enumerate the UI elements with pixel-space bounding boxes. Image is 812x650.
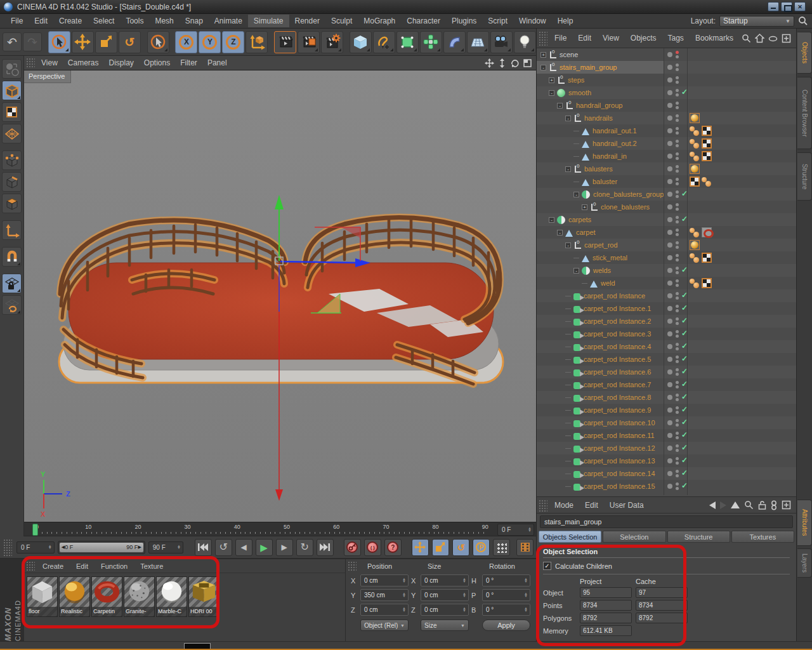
ruler-frame-spinner[interactable]: 0 F ▲▼ bbox=[497, 524, 534, 536]
layer-dot[interactable] bbox=[667, 230, 672, 235]
layer-dot[interactable] bbox=[667, 331, 672, 336]
search-icon[interactable] bbox=[742, 34, 751, 43]
play-backwards-button[interactable]: ↺ bbox=[215, 539, 232, 556]
home-icon[interactable] bbox=[755, 34, 764, 43]
layer-dot[interactable] bbox=[667, 446, 672, 451]
layer-dot[interactable] bbox=[667, 192, 672, 197]
material-hdri-00[interactable]: HDRI 00 bbox=[188, 576, 219, 617]
visibility-dot-bottom[interactable] bbox=[676, 106, 679, 109]
visibility-dot-bottom[interactable] bbox=[676, 246, 679, 249]
current-frame-spinner[interactable]: 0 F ▲▼ bbox=[16, 541, 55, 554]
tab-structure[interactable]: Structure bbox=[667, 531, 730, 543]
coord-mode-dropdown[interactable]: Object (Rel) ▼ bbox=[360, 620, 409, 631]
menu-item-tools[interactable]: Tools bbox=[120, 15, 149, 27]
visibility-dot-bottom[interactable] bbox=[676, 144, 679, 147]
visibility-dot-bottom[interactable] bbox=[676, 398, 679, 401]
maximize-button[interactable] bbox=[781, 2, 792, 11]
y-axis-lock-button[interactable]: Y bbox=[199, 31, 221, 53]
visibility-dot-top[interactable] bbox=[676, 254, 679, 257]
viewport-menu-filter[interactable]: Filter bbox=[175, 56, 202, 69]
menu-item-help[interactable]: Help bbox=[552, 15, 579, 27]
tree-row-carpet-rod-instance-3[interactable]: carpet_rod Instance.3✓ bbox=[537, 328, 796, 340]
visibility-dot-top[interactable] bbox=[676, 114, 679, 117]
viewport-menu-display[interactable]: Display bbox=[103, 56, 138, 69]
visibility-dot-bottom[interactable] bbox=[676, 449, 679, 452]
menu-item-script[interactable]: Script bbox=[482, 15, 513, 27]
tree-row-carpet-rod-instance-12[interactable]: carpet_rod Instance.12✓ bbox=[537, 442, 796, 454]
object-manager-menu-objects[interactable]: Objects bbox=[625, 32, 662, 44]
visibility-dot-top[interactable] bbox=[676, 419, 679, 422]
spinner-arrows-icon[interactable]: ▲▼ bbox=[524, 593, 528, 597]
material-menu-create[interactable]: Create bbox=[36, 561, 70, 571]
undo-button[interactable]: ↶ bbox=[3, 32, 22, 51]
layer-dot[interactable] bbox=[667, 306, 672, 311]
redo-button[interactable]: ↷ bbox=[23, 32, 42, 51]
visibility-dot-top[interactable] bbox=[676, 216, 679, 219]
history-back-icon[interactable] bbox=[709, 501, 716, 509]
tree-row-carpet-rod-instance-14[interactable]: carpet_rod Instance.14✓ bbox=[537, 467, 796, 480]
tree-expand-expanded[interactable]: - bbox=[557, 103, 563, 109]
object-manager-menu-edit[interactable]: Edit bbox=[572, 32, 597, 44]
menu-item-mograph[interactable]: MoGraph bbox=[358, 15, 401, 27]
tree-row-carpet-rod-instance-13[interactable]: carpet_rod Instance.13✓ bbox=[537, 454, 796, 467]
visibility-dot-bottom[interactable] bbox=[676, 195, 679, 198]
visibility-dot-bottom[interactable] bbox=[676, 335, 679, 338]
visibility-dot-top[interactable] bbox=[676, 152, 679, 156]
panel-grip[interactable] bbox=[25, 560, 35, 571]
tree-row-carpet-rod-instance-9[interactable]: carpet_rod Instance.9✓ bbox=[537, 404, 796, 416]
visibility-dot-bottom[interactable] bbox=[676, 373, 679, 376]
selected-object-name-field[interactable]: stairs_main_group bbox=[540, 515, 793, 528]
scale-tool-button[interactable] bbox=[95, 31, 117, 53]
layer-dot[interactable] bbox=[667, 217, 672, 222]
phong-tag-icon[interactable] bbox=[690, 278, 700, 288]
panel-grip[interactable] bbox=[538, 30, 547, 46]
add-modeling-object-button[interactable] bbox=[420, 31, 442, 53]
viewport-rotate-icon[interactable] bbox=[510, 58, 520, 68]
points-mode-button[interactable] bbox=[2, 150, 22, 170]
tree-expand-expanded[interactable]: - bbox=[557, 230, 563, 235]
tree-row-carpet-rod-instance-11[interactable]: carpet_rod Instance.11✓ bbox=[537, 429, 796, 442]
key-parameter-button[interactable]: P bbox=[473, 539, 490, 556]
attribute-menu-edit[interactable]: Edit bbox=[579, 499, 604, 512]
play-forwards-button[interactable]: ↻ bbox=[296, 539, 313, 556]
visibility-dot-bottom[interactable] bbox=[676, 208, 679, 211]
layer-dot[interactable] bbox=[667, 204, 672, 209]
mat-gold-tag-icon[interactable] bbox=[690, 113, 700, 123]
visibility-dot-top[interactable] bbox=[676, 63, 679, 67]
add-spline-button[interactable] bbox=[373, 31, 395, 53]
layer-dot[interactable] bbox=[667, 433, 672, 438]
visibility-dot-bottom[interactable] bbox=[676, 360, 679, 363]
visibility-dot-bottom[interactable] bbox=[676, 182, 679, 185]
layer-dot[interactable] bbox=[667, 52, 672, 57]
tree-expand-collapsed[interactable]: + bbox=[549, 77, 554, 83]
material-menu-edit[interactable]: Edit bbox=[70, 561, 95, 571]
workplane-lock-button[interactable] bbox=[2, 274, 22, 293]
mat-gold-tag-icon[interactable] bbox=[690, 240, 700, 250]
search-icon[interactable] bbox=[798, 16, 808, 26]
menu-item-edit[interactable]: Edit bbox=[29, 15, 53, 27]
tree-expand-expanded[interactable]: - bbox=[549, 90, 554, 96]
stat-memory-project[interactable]: 612.41 KB bbox=[580, 625, 632, 636]
visibility-dot-bottom[interactable] bbox=[676, 487, 679, 490]
side-tab-structure[interactable]: Structure bbox=[797, 152, 812, 201]
phong-tag-icon[interactable] bbox=[690, 151, 700, 161]
visibility-dot-top[interactable] bbox=[676, 203, 679, 206]
stat-polygons-project[interactable]: 8792 bbox=[580, 613, 632, 623]
visibility-dot-bottom[interactable] bbox=[676, 284, 679, 287]
viewport-pan-icon[interactable] bbox=[485, 58, 494, 68]
add-camera-button[interactable] bbox=[490, 31, 513, 53]
visibility-dot-top[interactable] bbox=[676, 305, 679, 308]
material-realistic[interactable]: Realistic bbox=[59, 576, 90, 617]
side-tab-layers[interactable]: Layers bbox=[797, 548, 812, 578]
tree-row-stick-metal[interactable]: stick_metal bbox=[537, 251, 796, 264]
layer-dot[interactable] bbox=[667, 293, 672, 298]
side-tab-content-browser[interactable]: Content Browser bbox=[797, 77, 812, 149]
autokey-button[interactable]: ( ) bbox=[364, 539, 381, 556]
visibility-dot-top[interactable] bbox=[676, 394, 679, 397]
tree-row-clone-balusters-group[interactable]: -clone_balusters_group✓ bbox=[537, 188, 796, 201]
spinner-arrows-icon[interactable]: ▲▼ bbox=[402, 578, 406, 583]
move-tool-button[interactable] bbox=[72, 31, 94, 53]
menu-item-plugins[interactable]: Plugins bbox=[446, 15, 482, 27]
visibility-dot-top[interactable] bbox=[676, 355, 679, 359]
add-environment-button[interactable] bbox=[467, 31, 489, 53]
